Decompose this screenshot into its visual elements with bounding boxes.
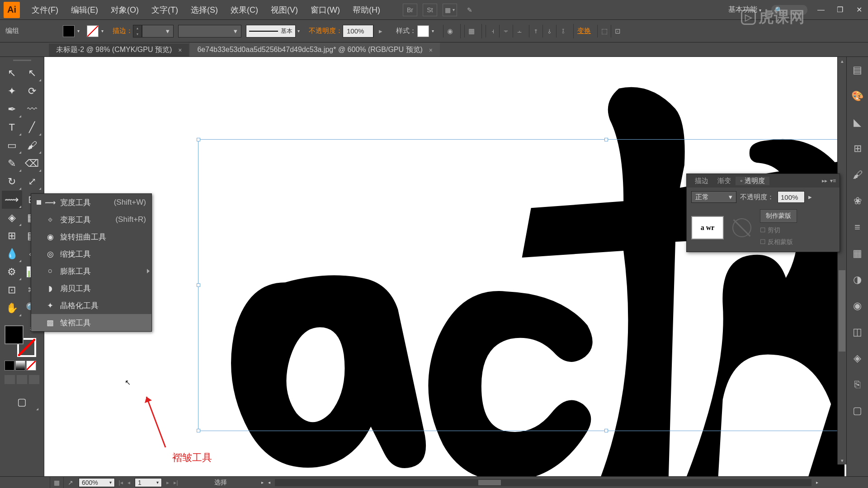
gradient-panel-icon[interactable]: ▦ [850, 246, 865, 261]
flyout-width-tool[interactable]: ⟿宽度工具(Shift+W) [31, 194, 151, 211]
recolor-icon[interactable]: ◉ [443, 25, 457, 38]
opacity-input[interactable]: 100% [343, 25, 373, 38]
color-mode-none[interactable] [26, 361, 36, 371]
appearance-panel-icon[interactable]: ◉ [850, 298, 865, 314]
align-left-icon[interactable]: ⫞ [486, 25, 499, 38]
align-top-icon[interactable]: ⫯ [529, 25, 542, 38]
zoom-select[interactable]: 600%▾ [79, 478, 115, 487]
horizontal-scrollbar[interactable] [275, 479, 811, 486]
menu-help[interactable]: 帮助(H) [346, 5, 387, 15]
feather-icon[interactable]: ✎ [462, 4, 477, 16]
scroll-down-icon[interactable]: ▾ [838, 456, 846, 465]
fill-box[interactable] [5, 325, 24, 344]
scroll-up-icon[interactable]: ▴ [838, 57, 846, 65]
arrange-docs-icon[interactable]: ▦▾ [443, 4, 457, 16]
minimize-button[interactable]: — [816, 5, 826, 14]
stroke-dropdown[interactable]: ▾ [101, 28, 104, 33]
rotate-tool[interactable]: ↻ [2, 173, 22, 191]
crop-icon[interactable]: ⊡ [611, 25, 624, 38]
object-thumbnail[interactable]: a wr [691, 216, 724, 239]
screen-mode-tool[interactable]: ▢ [5, 393, 39, 411]
menu-type[interactable]: 文字(T) [145, 5, 184, 15]
scroll-thumb[interactable] [839, 270, 845, 352]
pen-tool[interactable]: ✒ [2, 100, 22, 118]
menu-window[interactable]: 窗口(W) [304, 5, 346, 15]
magic-wand-tool[interactable]: ✦ [2, 82, 22, 100]
panel-menu-icon[interactable]: ▾≡ [830, 178, 836, 184]
transparency-panel-icon[interactable]: ◑ [850, 272, 865, 287]
menu-select[interactable]: 选择(S) [184, 5, 224, 15]
color-panel-icon[interactable]: 🎨 [850, 89, 865, 104]
draw-inside-icon[interactable] [29, 375, 39, 384]
swatches-panel-icon[interactable]: ⊞ [850, 141, 865, 156]
graphic-style-swatch[interactable] [417, 25, 429, 37]
fill-color-swatch[interactable] [63, 25, 75, 37]
flyout-crystallize-tool[interactable]: ✦晶格化工具 [31, 297, 151, 314]
document-tab-2[interactable]: 6e74b33e53d0aa5d5256b47d49dc53a.jpg* @ 6… [190, 43, 440, 56]
menu-object[interactable]: 对象(O) [104, 5, 145, 15]
flyout-pucker-tool[interactable]: ◎缩拢工具 [31, 245, 151, 263]
shape-builder-tool[interactable]: ◈ [2, 209, 22, 227]
color-guide-icon[interactable]: ◣ [850, 115, 865, 130]
fill-dropdown[interactable]: ▾ [77, 28, 80, 33]
menu-view[interactable]: 视图(V) [264, 5, 304, 15]
width-tool[interactable]: ⟿ [2, 191, 22, 209]
color-mode-gradient[interactable] [15, 361, 25, 371]
menu-file[interactable]: 文件(F) [25, 5, 65, 15]
align-middle-icon[interactable]: ⫰ [542, 25, 556, 38]
stroke-color-swatch[interactable] [87, 25, 99, 37]
menu-effect[interactable]: 效果(C) [224, 5, 264, 15]
transform-link[interactable]: 变换 [577, 27, 591, 35]
stroke-panel-icon[interactable]: ≡ [850, 220, 865, 235]
artboard-nav-input[interactable]: 1▾ [135, 478, 162, 487]
artboards-panel-icon[interactable]: ▢ [850, 403, 865, 418]
menu-edit[interactable]: 编辑(E) [65, 5, 104, 15]
stock-icon[interactable]: St [423, 4, 437, 16]
draw-behind-icon[interactable] [17, 375, 27, 384]
flyout-bloat-tool[interactable]: ○膨胀工具 [31, 263, 151, 280]
stroke-weight-dropdown[interactable]: ▾ [142, 25, 174, 38]
type-tool[interactable]: T [2, 118, 22, 136]
panel-collapse-icon[interactable]: ▸▸ [822, 178, 827, 184]
next-artboard-icon[interactable]: ▸ [164, 479, 172, 487]
draw-normal-icon[interactable] [5, 375, 15, 384]
graphic-styles-icon[interactable]: ◫ [850, 324, 865, 340]
status-grid-icon[interactable]: ▦ [50, 476, 63, 488]
hand-tool[interactable]: ✋ [2, 299, 22, 317]
eraser-tool[interactable]: ⌫ [22, 155, 42, 173]
direct-selection-tool[interactable]: ↖ [22, 64, 42, 82]
invert-mask-checkbox[interactable]: ☐ 反相蒙版 [760, 238, 797, 246]
close-icon[interactable]: × [178, 47, 182, 54]
panel-tab-transparency[interactable]: ◦ 透明度 [736, 177, 769, 185]
brush-definition[interactable]: 基本 [246, 25, 296, 38]
clip-checkbox[interactable]: ☐ 剪切 [760, 226, 797, 235]
close-icon[interactable]: × [429, 47, 433, 54]
flyout-wrinkle-tool[interactable]: ▩皱褶工具 [31, 314, 151, 331]
canvas[interactable]: 褶皱工具 ↖ ▴ ▾ [44, 57, 846, 476]
flyout-warp-tool[interactable]: ⟐变形工具(Shift+R) [31, 211, 151, 228]
lasso-tool[interactable]: ⟳ [22, 82, 42, 100]
align-bottom-icon[interactable]: ⫱ [556, 25, 570, 38]
panel-tab-gradient[interactable]: 渐变 [713, 177, 736, 185]
stroke-weight-stepper[interactable]: ▴▾ [133, 25, 142, 38]
artboard-tool[interactable]: ⊡ [2, 281, 22, 299]
color-mode-solid[interactable] [5, 361, 14, 371]
opacity-stepper[interactable]: ▸ [373, 25, 387, 38]
scale-tool[interactable]: ⤢ [22, 173, 42, 191]
symbols-panel-icon[interactable]: ❀ [850, 193, 865, 209]
brushes-panel-icon[interactable]: 🖌 [850, 167, 865, 183]
close-button[interactable]: ✕ [854, 5, 864, 14]
eyedropper-tool[interactable]: 💧 [2, 245, 22, 263]
document-tab-1[interactable]: 未标题-2 @ 98% (CMYK/GPU 预览)× [49, 43, 189, 56]
make-mask-button[interactable]: 制作蒙版 [760, 209, 797, 223]
last-artboard-icon[interactable]: ▸| [172, 479, 180, 487]
line-tool[interactable]: ╱ [22, 118, 42, 136]
isolate-icon[interactable]: ⬚ [597, 25, 611, 38]
prev-artboard-icon[interactable]: ◂ [125, 479, 133, 487]
curvature-tool[interactable]: 〰 [22, 100, 42, 118]
align-right-icon[interactable]: ⫠ [513, 25, 526, 38]
status-export-icon[interactable]: ↗ [63, 476, 77, 488]
vertical-scrollbar[interactable]: ▴ ▾ [837, 57, 846, 465]
pencil-tool[interactable]: ✎ [2, 155, 22, 173]
align-options-icon[interactable]: ▦ [464, 25, 478, 38]
